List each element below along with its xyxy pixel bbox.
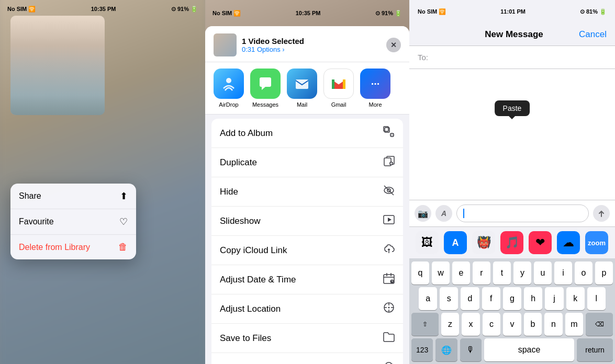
- hide-label: Hide: [220, 187, 238, 197]
- context-menu: Share ⬆︎ Favourite ♡ Delete from Library…: [10, 184, 136, 259]
- share-app-gmail[interactable]: Gmail: [323, 69, 354, 108]
- share-close-button[interactable]: ✕: [386, 38, 401, 52]
- panel2-status-right: ⊙ 91% 🔋: [375, 10, 402, 17]
- shift-key[interactable]: ⇧: [411, 313, 439, 336]
- key-k[interactable]: k: [566, 287, 585, 310]
- icloud-link-icon: [383, 243, 395, 257]
- key-w[interactable]: w: [432, 261, 450, 285]
- share-thumbnail: [214, 33, 237, 56]
- action-save-terabox[interactable]: Save To TeraBox: [211, 353, 403, 364]
- action-adjust-location[interactable]: Adjust Location: [211, 294, 403, 324]
- keyboard-row-1: q w e r t y u i o p: [411, 261, 613, 285]
- share-app-airdrop[interactable]: AirDrop: [214, 69, 244, 108]
- camera-button[interactable]: 📷: [415, 205, 431, 222]
- panel3-messages: No SIM 🛜 11:01 PM ⊙ 81% 🔋 New Message Ca…: [409, 0, 615, 364]
- share-icon: ⬆︎: [120, 190, 128, 202]
- hide-icon: [383, 185, 395, 199]
- action-adjust-date[interactable]: Adjust Date & Time: [211, 265, 403, 294]
- slideshow-label: Slideshow: [220, 216, 261, 226]
- key-n[interactable]: n: [544, 313, 563, 336]
- space-key[interactable]: space: [484, 338, 574, 361]
- key-e[interactable]: e: [452, 261, 470, 285]
- share-app-messages[interactable]: Messages: [250, 69, 281, 108]
- mic-key[interactable]: 🎙: [460, 338, 482, 361]
- share-app-mail[interactable]: Mail: [287, 69, 317, 108]
- key-c[interactable]: c: [483, 313, 501, 336]
- action-hide[interactable]: Hide: [211, 177, 403, 207]
- key-t[interactable]: t: [493, 261, 511, 285]
- calendar-icon: [383, 272, 395, 287]
- svg-rect-3: [343, 79, 345, 89]
- delete-key[interactable]: ⌫: [586, 313, 613, 336]
- key-q[interactable]: q: [411, 261, 429, 285]
- panel2-status-time: 10:35 PM: [296, 10, 321, 16]
- adjust-date-label: Adjust Date & Time: [220, 275, 296, 285]
- apps-button[interactable]: A: [435, 205, 452, 222]
- key-o[interactable]: o: [575, 261, 592, 285]
- gmail-icon: [323, 69, 354, 99]
- key-f[interactable]: f: [482, 287, 500, 310]
- key-b[interactable]: b: [524, 313, 542, 336]
- key-z[interactable]: z: [441, 313, 460, 336]
- key-p[interactable]: p: [595, 261, 613, 285]
- text-cursor: [463, 209, 464, 218]
- message-text-field[interactable]: [456, 204, 589, 222]
- icloud-app-btn[interactable]: ☁: [557, 231, 580, 254]
- key-u[interactable]: u: [534, 261, 552, 285]
- key-j[interactable]: j: [545, 287, 563, 310]
- return-key[interactable]: return: [577, 338, 613, 361]
- key-x[interactable]: x: [462, 313, 480, 336]
- globe-key[interactable]: 🌐: [435, 338, 457, 361]
- appstore-app-btn[interactable]: A: [444, 231, 467, 254]
- cancel-button[interactable]: Cancel: [579, 29, 607, 40]
- action-icloud-link[interactable]: Copy iCloud Link: [211, 236, 403, 265]
- share-actions: Add to Album Duplicate Hide: [205, 115, 409, 364]
- num-key[interactable]: 123: [411, 338, 433, 361]
- svg-point-0: [226, 78, 231, 83]
- memoji-app-btn[interactable]: 👹: [472, 231, 495, 254]
- action-save-files[interactable]: Save to Files: [211, 324, 403, 353]
- duplicate-label: Duplicate: [220, 157, 257, 168]
- key-r[interactable]: r: [473, 261, 490, 285]
- context-menu-favourite[interactable]: Favourite ♡: [10, 209, 136, 235]
- keyboard: q w e r t y u i o p a s d f g h j k l ⇧ …: [409, 258, 615, 364]
- key-l[interactable]: l: [587, 287, 606, 310]
- to-label: To:: [418, 53, 428, 62]
- key-d[interactable]: d: [461, 287, 479, 310]
- save-files-label: Save to Files: [220, 333, 271, 344]
- icloud-link-label: Copy iCloud Link: [220, 245, 287, 256]
- key-i[interactable]: i: [554, 261, 572, 285]
- airdrop-label: AirDrop: [219, 101, 238, 108]
- context-menu-delete[interactable]: Delete from Library 🗑: [10, 235, 136, 259]
- save-terabox-label: Save To TeraBox: [220, 362, 287, 365]
- more-icon: ···: [360, 69, 390, 99]
- key-a[interactable]: a: [419, 287, 437, 310]
- key-h[interactable]: h: [524, 287, 542, 310]
- action-slideshow[interactable]: Slideshow: [211, 207, 403, 236]
- zoom-app-btn[interactable]: zoom: [585, 231, 608, 254]
- key-s[interactable]: s: [440, 287, 458, 310]
- key-g[interactable]: g: [503, 287, 521, 310]
- svg-text:A: A: [452, 237, 459, 248]
- share-app-more[interactable]: ··· More: [360, 69, 390, 108]
- photos-app-btn[interactable]: 🖼: [416, 231, 439, 254]
- key-y[interactable]: y: [513, 261, 531, 285]
- action-add-to-album[interactable]: Add to Album: [211, 119, 403, 148]
- duplicate-icon: [383, 155, 395, 169]
- to-field[interactable]: To:: [409, 46, 615, 69]
- panel1-status-right: ⊙ 91% 🔋: [171, 6, 198, 13]
- heartit-app-btn[interactable]: ❤: [529, 231, 552, 254]
- key-m[interactable]: m: [565, 313, 584, 336]
- action-duplicate[interactable]: Duplicate: [211, 148, 403, 177]
- mail-icon: [287, 69, 317, 99]
- music-app-btn[interactable]: 🎵: [500, 231, 523, 254]
- key-v[interactable]: v: [503, 313, 521, 336]
- more-label: More: [368, 101, 382, 108]
- paste-tooltip[interactable]: Paste: [495, 100, 530, 116]
- context-menu-share[interactable]: Share ⬆︎: [10, 184, 136, 209]
- share-apps-row: AirDrop Messages Mail Gmail: [205, 62, 409, 115]
- trash-icon: 🗑: [118, 242, 128, 253]
- share-subtitle[interactable]: 0:31 Options ›: [242, 46, 381, 53]
- panel3-status-left: No SIM 🛜: [418, 8, 446, 15]
- send-button[interactable]: [593, 205, 610, 222]
